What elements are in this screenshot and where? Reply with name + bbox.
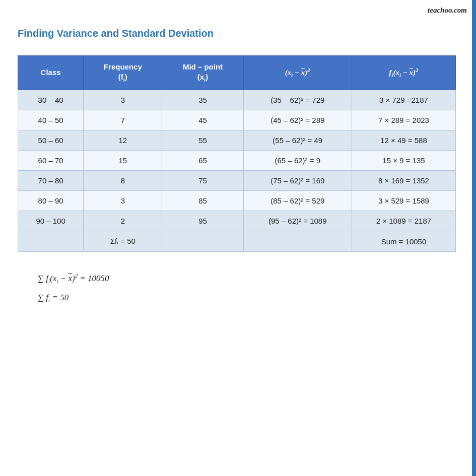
table-cell: 45 (162, 110, 243, 130)
col-header-xi-xbar-sq: (xi − x)2 (243, 56, 352, 90)
table-row: 60 – 701565(65 – 62)² = 915 × 9 = 135 (18, 151, 456, 171)
table-cell: 90 – 100 (18, 211, 84, 231)
table-cell: 7 × 289 = 2023 (352, 110, 455, 130)
table-cell: 7 (84, 110, 162, 130)
summary-cell: Σfᵢ = 50 (84, 231, 162, 252)
table-cell: 50 – 60 (18, 130, 84, 151)
variance-table: Class Frequency(fi) Mid – point(xi) (xi … (18, 55, 456, 252)
table-cell: (95 – 62)² = 1089 (243, 211, 352, 231)
summary-cell (162, 231, 243, 252)
table-header-row: Class Frequency(fi) Mid – point(xi) (xi … (18, 56, 456, 90)
table-cell: (65 – 62)² = 9 (243, 151, 352, 171)
table-cell: 65 (162, 151, 243, 171)
watermark: teachoo.com (428, 6, 467, 15)
summary-cell (18, 231, 84, 252)
table-cell: 60 – 70 (18, 151, 84, 171)
table-cell: 30 – 40 (18, 90, 84, 110)
summary-cell (243, 231, 352, 252)
table-cell: 3 (84, 90, 162, 110)
table-cell: 35 (162, 90, 243, 110)
right-accent-bar (472, 0, 476, 476)
table-cell: 2 (84, 211, 162, 231)
table-row: 30 – 40335(35 – 62)² = 7293 × 729 =2187 (18, 90, 456, 110)
table-cell: 12 × 49 = 588 (352, 130, 455, 151)
table-cell: 3 × 729 =2187 (352, 90, 455, 110)
table-row: 80 – 90385(85 – 62)² = 5293 × 529 = 1589 (18, 191, 456, 211)
table-cell: 8 × 169 = 1352 (352, 171, 455, 191)
table-cell: 80 – 90 (18, 191, 84, 211)
table-cell: 15 (84, 151, 162, 171)
table-cell: 3 (84, 191, 162, 211)
col-header-frequency: Frequency(fi) (84, 56, 162, 90)
formula-line-2: ∑ fi = 50 (38, 289, 451, 306)
table-cell: 75 (162, 171, 243, 191)
table-row: 50 – 601255(55 – 62)² = 4912 × 49 = 588 (18, 130, 456, 151)
col-header-fi-xi-xbar-sq: fi(xi − x)2 (352, 56, 455, 90)
table-cell: (85 – 62)² = 529 (243, 191, 352, 211)
table-cell: 15 × 9 = 135 (352, 151, 455, 171)
table-cell: 55 (162, 130, 243, 151)
page-title: Finding Variance and Standard Deviation (18, 28, 451, 39)
table-cell: 95 (162, 211, 243, 231)
table-cell: (75 – 62)² = 169 (243, 171, 352, 191)
table-cell: 12 (84, 130, 162, 151)
table-cell: 70 – 80 (18, 171, 84, 191)
formula-line-1: ∑ fi(xi − x)2 = 10050 (38, 270, 451, 287)
table-cell: (55 – 62)² = 49 (243, 130, 352, 151)
table-cell: 85 (162, 191, 243, 211)
table-cell: (35 – 62)² = 729 (243, 90, 352, 110)
table-cell: 3 × 529 = 1589 (352, 191, 455, 211)
table-summary-row: Σfᵢ = 50Sum = 10050 (18, 231, 456, 252)
formula-section: ∑ fi(xi − x)2 = 10050 ∑ fi = 50 (18, 270, 451, 306)
table-row: 40 – 50745(45 – 62)² = 2897 × 289 = 2023 (18, 110, 456, 130)
table-cell: (45 – 62)² = 289 (243, 110, 352, 130)
table-row: 70 – 80875(75 – 62)² = 1698 × 169 = 1352 (18, 171, 456, 191)
summary-cell: Sum = 10050 (352, 231, 455, 252)
table-cell: 8 (84, 171, 162, 191)
col-header-midpoint: Mid – point(xi) (162, 56, 243, 90)
table-cell: 2 × 1089 = 2187 (352, 211, 455, 231)
col-header-class: Class (18, 56, 84, 90)
table-cell: 40 – 50 (18, 110, 84, 130)
table-row: 90 – 100295(95 – 62)² = 10892 × 1089 = 2… (18, 211, 456, 231)
